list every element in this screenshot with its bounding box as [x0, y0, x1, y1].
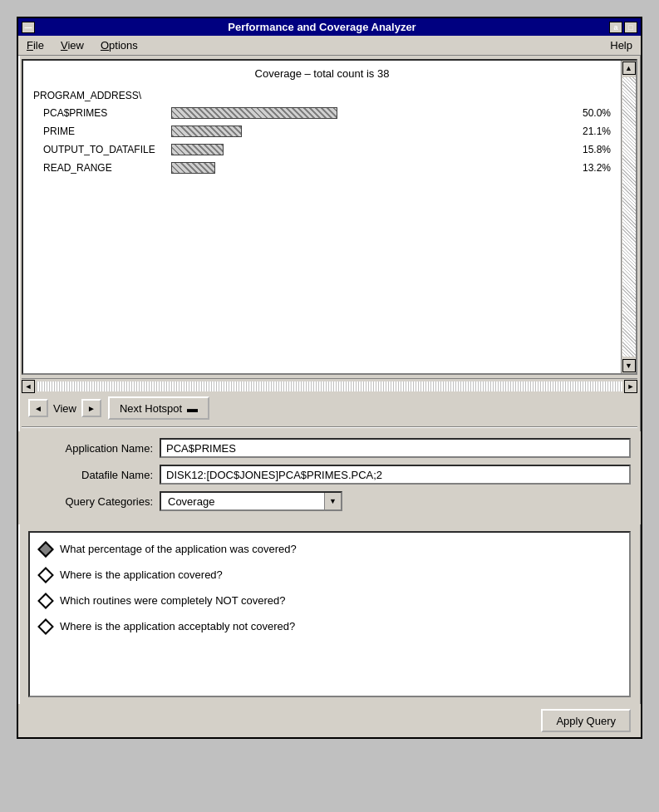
bar-row-1: PRIME 21.1%: [33, 125, 611, 138]
system-menu-button[interactable]: —: [22, 22, 35, 33]
query-diamond-1: [37, 567, 54, 583]
menu-bar: File View Options Help: [18, 36, 641, 56]
view-prev-button[interactable]: ◄: [28, 399, 48, 417]
chart-title: Coverage – total count is 38: [33, 67, 611, 80]
section-label: PROGRAM_ADDRESS\: [33, 90, 611, 101]
title-bar: — Performance and Coverage Analyzer a □: [18, 18, 641, 36]
scroll-up-button[interactable]: ▲: [622, 62, 636, 75]
app-name-label: Application Name:: [28, 442, 153, 455]
horizontal-scrollbar[interactable]: ◄ ►: [22, 378, 637, 393]
toolbar: ◄ View ► Next Hotspot ▬: [22, 393, 637, 423]
bar-percent-0: 50.0%: [583, 107, 611, 119]
query-category-value: Coverage: [161, 494, 324, 509]
bar-2: [171, 144, 224, 155]
scroll-right-button[interactable]: ►: [624, 380, 637, 393]
dropdown-arrow[interactable]: ▼: [324, 493, 341, 509]
menu-file[interactable]: File: [22, 37, 49, 53]
datafile-label: Datafile Name:: [28, 469, 153, 481]
bar-percent-1: 21.1%: [583, 125, 611, 137]
app-name-row: Application Name:: [28, 438, 631, 458]
query-item-2[interactable]: Which routines were completely NOT cover…: [40, 594, 619, 607]
query-diamond-3: [37, 618, 54, 635]
chart-area: Coverage – total count is 38 PROGRAM_ADD…: [22, 59, 637, 375]
bar-container-3: [171, 161, 573, 175]
bar-label-3: READ_RANGE: [33, 162, 166, 174]
query-text-1: Where is the application covered?: [60, 568, 223, 581]
scroll-left-button[interactable]: ◄: [22, 380, 35, 393]
view-label: View: [50, 402, 80, 415]
query-item-0[interactable]: What percentage of the application was c…: [40, 543, 619, 555]
query-diamond-0: [37, 541, 54, 558]
query-category-dropdown[interactable]: Coverage ▼: [160, 491, 342, 511]
bar-label-1: PRIME: [33, 125, 166, 137]
bar-1: [171, 125, 242, 137]
scroll-track[interactable]: [622, 77, 636, 357]
datafile-row: Datafile Name:: [28, 465, 631, 485]
query-cat-label: Query Categories:: [28, 495, 153, 508]
bar-container-0: [171, 106, 573, 120]
bar-3: [171, 162, 215, 174]
query-item-3[interactable]: Where is the application acceptably not …: [40, 620, 619, 632]
menu-help[interactable]: Help: [605, 37, 637, 53]
bar-row-3: READ_RANGE 13.2%: [33, 161, 611, 175]
app-name-input[interactable]: [160, 438, 631, 458]
minimize-button[interactable]: a: [609, 22, 622, 33]
form-panel: Application Name: Datafile Name: Query C…: [18, 431, 641, 524]
separator-1: [22, 426, 637, 428]
query-item-1[interactable]: Where is the application covered?: [40, 568, 619, 581]
next-hotspot-button[interactable]: Next Hotspot ▬: [108, 396, 209, 420]
query-text-3: Where is the application acceptably not …: [60, 620, 295, 632]
scroll-down-button[interactable]: ▼: [622, 359, 636, 372]
bar-container-1: [171, 125, 573, 138]
vertical-scrollbar[interactable]: ▲ ▼: [621, 61, 636, 373]
query-list: What percentage of the application was c…: [28, 531, 631, 697]
query-diamond-2: [37, 593, 54, 609]
query-cat-row: Query Categories: Coverage ▼: [28, 491, 631, 511]
apply-query-button[interactable]: Apply Query: [541, 709, 631, 732]
main-window: — Performance and Coverage Analyzer a □ …: [17, 17, 642, 739]
hotspot-label: Next Hotspot: [120, 402, 182, 415]
bar-row-2: OUTPUT_TO_DATAFILE 15.8%: [33, 143, 611, 156]
bar-label-0: PCA$PRIMES: [33, 107, 166, 119]
menu-options[interactable]: Options: [96, 37, 143, 53]
query-text-2: Which routines were completely NOT cover…: [60, 594, 285, 607]
bottom-bar: Apply Query: [18, 704, 641, 737]
bar-row-0: PCA$PRIMES 50.0%: [33, 106, 611, 120]
window-title: Performance and Coverage Analyzer: [228, 21, 416, 33]
maximize-button[interactable]: □: [624, 22, 637, 33]
bar-0: [171, 107, 337, 119]
datafile-input[interactable]: [160, 465, 631, 485]
bar-container-2: [171, 143, 573, 156]
view-next-button[interactable]: ►: [81, 399, 101, 417]
chart-panel: Coverage – total count is 38 PROGRAM_ADD…: [23, 61, 621, 373]
bar-label-2: OUTPUT_TO_DATAFILE: [33, 144, 166, 155]
hotspot-icon: ▬: [187, 402, 198, 415]
menu-view[interactable]: View: [56, 37, 89, 53]
view-navigation: ◄ View ►: [28, 399, 101, 417]
bar-percent-3: 13.2%: [583, 162, 611, 174]
hscroll-track[interactable]: [37, 381, 622, 391]
bar-percent-2: 15.8%: [583, 144, 611, 155]
query-text-0: What percentage of the application was c…: [60, 543, 297, 555]
